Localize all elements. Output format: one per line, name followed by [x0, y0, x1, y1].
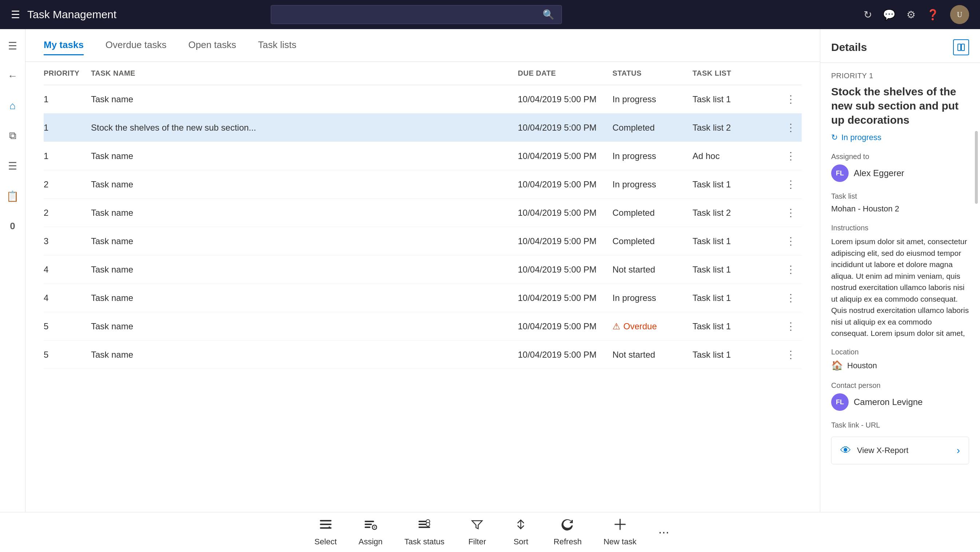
task-name-cell: Task name: [91, 94, 518, 105]
col-task-name: Task Name: [91, 69, 518, 78]
table-row[interactable]: 5 Task name 10/04/2019 5:00 PM Not start…: [44, 340, 802, 369]
sidebar-apps-icon[interactable]: ⧉: [5, 126, 20, 146]
svg-rect-5: [320, 523, 331, 525]
status-text: Completed: [612, 208, 655, 218]
row-more-button[interactable]: ⋮: [780, 235, 802, 247]
status-cell: In progress: [612, 151, 692, 161]
refresh-topbar-icon[interactable]: ↻: [864, 9, 872, 21]
report-icon: 👁: [840, 444, 851, 457]
detail-assignee: FL Alex Eggerer: [831, 164, 969, 182]
col-due-date: Due Date: [518, 69, 612, 78]
detail-status: ↻ In progress: [831, 133, 969, 142]
priority-cell: 3: [44, 236, 91, 247]
task-name-cell: Task name: [91, 208, 518, 218]
filter-icon: [471, 518, 484, 534]
table-row[interactable]: 4 Task name 10/04/2019 5:00 PM Not start…: [44, 255, 802, 284]
task-name-cell: Task name: [91, 321, 518, 331]
svg-rect-2: [958, 44, 961, 51]
detail-url-label: Task link - URL: [831, 421, 969, 430]
col-task-list: Task List: [692, 69, 780, 78]
due-date-cell: 10/04/2019 5:00 PM: [518, 122, 612, 133]
search-input[interactable]: [278, 10, 542, 20]
hamburger-icon[interactable]: ☰: [11, 9, 20, 21]
table-row[interactable]: 3 Task name 10/04/2019 5:00 PM Completed…: [44, 227, 802, 255]
task-status-label: Task status: [404, 537, 444, 547]
priority-cell: 5: [44, 350, 91, 360]
toolbar-new-task[interactable]: New task: [592, 514, 647, 550]
tab-overdue-tasks[interactable]: Overdue tasks: [105, 36, 167, 55]
scrollbar-thumb[interactable]: [975, 131, 978, 204]
assignee-initials: FL: [836, 170, 844, 177]
table-row[interactable]: 2 Task name 10/04/2019 5:00 PM In progre…: [44, 170, 802, 199]
contact-name: Cameron Levigne: [854, 397, 923, 407]
col-priority: Priority: [44, 69, 91, 78]
status-cell: In progress: [612, 293, 692, 303]
app-title: Task Management: [27, 8, 116, 21]
task-list-cell: Task list 1: [692, 236, 780, 247]
search-box[interactable]: 🔍: [271, 5, 562, 24]
sidebar-list-icon[interactable]: ☰: [4, 156, 21, 176]
table-row[interactable]: 4 Task name 10/04/2019 5:00 PM In progre…: [44, 284, 802, 312]
row-more-button[interactable]: ⋮: [780, 178, 802, 190]
row-more-button[interactable]: ⋮: [780, 292, 802, 304]
task-name-cell: Task name: [91, 350, 518, 360]
detail-instructions-text: Lorem ipsum dolor sit amet, consectetur …: [831, 236, 969, 338]
svg-rect-10: [364, 527, 371, 528]
select-label: Select: [314, 537, 337, 547]
refresh-label: Refresh: [554, 537, 582, 547]
sidebar-back-icon[interactable]: ←: [4, 67, 21, 86]
table-row[interactable]: 2 Task name 10/04/2019 5:00 PM Completed…: [44, 199, 802, 227]
assign-label: Assign: [358, 537, 382, 547]
row-more-button[interactable]: ⋮: [780, 207, 802, 219]
location-value: Houston: [847, 361, 877, 371]
due-date-cell: 10/04/2019 5:00 PM: [518, 180, 612, 189]
tab-open-tasks[interactable]: Open tasks: [188, 36, 236, 55]
detail-location-label: Location: [831, 348, 969, 356]
toolbar-select[interactable]: Select: [304, 514, 348, 550]
details-header: Details: [820, 29, 980, 63]
help-icon[interactable]: ❓: [926, 9, 939, 21]
view-report-button[interactable]: 👁 View X-Report ›: [831, 437, 969, 464]
toolbar-sort[interactable]: Sort: [499, 514, 542, 550]
table-row[interactable]: 1 Task name 10/04/2019 5:00 PM In progre…: [44, 85, 802, 113]
chat-icon[interactable]: 💬: [883, 9, 896, 21]
priority-cell: 4: [44, 264, 91, 275]
status-text: Not started: [612, 350, 655, 360]
toolbar-more-button[interactable]: ⋯: [651, 522, 676, 542]
tab-task-lists[interactable]: Task lists: [258, 36, 296, 55]
svg-rect-7: [329, 527, 330, 528]
detail-task-title: Stock the shelves of the new sub section…: [831, 84, 969, 127]
detail-location: 🏠 Houston: [831, 360, 969, 371]
tab-my-tasks[interactable]: My tasks: [44, 36, 84, 55]
row-more-button[interactable]: ⋮: [780, 93, 802, 105]
table-row[interactable]: 1 Task name 10/04/2019 5:00 PM In progre…: [44, 142, 802, 170]
row-more-button[interactable]: ⋮: [780, 150, 802, 162]
content-area: My tasks Overdue tasks Open tasks Task l…: [25, 29, 820, 512]
avatar[interactable]: U: [950, 5, 969, 24]
sidebar-home-icon[interactable]: ⌂: [6, 96, 19, 115]
sidebar-clipboard-icon[interactable]: 📋: [3, 187, 22, 206]
task-list-cell: Task list 1: [692, 94, 780, 105]
toolbar-filter[interactable]: Filter: [455, 514, 499, 550]
row-more-button[interactable]: ⋮: [780, 348, 802, 361]
table-row[interactable]: 5 Task name 10/04/2019 5:00 PM ⚠Overdue …: [44, 312, 802, 340]
location-icon: 🏠: [831, 360, 843, 371]
task-table: Priority Task Name Due Date Status Task …: [25, 62, 820, 512]
task-list-cell: Task list 1: [692, 180, 780, 189]
toolbar-assign[interactable]: + Assign: [348, 514, 393, 550]
svg-rect-4: [320, 520, 331, 522]
gear-icon[interactable]: ⚙: [907, 9, 916, 21]
row-more-button[interactable]: ⋮: [780, 320, 802, 332]
sidebar-zero-badge: 0: [6, 217, 19, 235]
sidebar-menu-icon[interactable]: ☰: [4, 37, 21, 56]
task-list-cell: Task list 1: [692, 350, 780, 360]
due-date-cell: 10/04/2019 5:00 PM: [518, 236, 612, 247]
toolbar-refresh[interactable]: Refresh: [542, 514, 592, 550]
row-more-button[interactable]: ⋮: [780, 264, 802, 275]
details-collapse-button[interactable]: [953, 39, 969, 55]
toolbar-task-status[interactable]: Task status: [393, 514, 455, 550]
row-more-button[interactable]: ⋮: [780, 121, 802, 134]
table-row[interactable]: 1 Stock the shelves of the new sub secti…: [44, 113, 802, 142]
status-text: Overdue: [624, 321, 657, 331]
svg-rect-3: [961, 44, 964, 51]
